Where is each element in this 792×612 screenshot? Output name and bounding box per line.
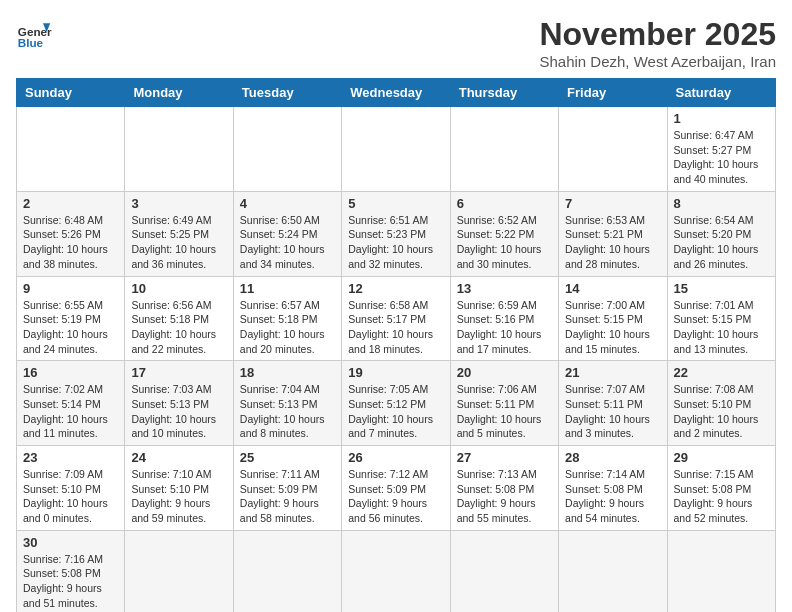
day-info: Sunrise: 6:48 AM Sunset: 5:26 PM Dayligh… bbox=[23, 213, 118, 272]
calendar-day-cell: 10Sunrise: 6:56 AM Sunset: 5:18 PM Dayli… bbox=[125, 276, 233, 361]
calendar-day-cell: 17Sunrise: 7:03 AM Sunset: 5:13 PM Dayli… bbox=[125, 361, 233, 446]
weekday-header-monday: Monday bbox=[125, 79, 233, 107]
day-number: 26 bbox=[348, 450, 443, 465]
day-number: 30 bbox=[23, 535, 118, 550]
calendar-day-cell bbox=[559, 530, 667, 612]
location-subtitle: Shahin Dezh, West Azerbaijan, Iran bbox=[539, 53, 776, 70]
day-number: 2 bbox=[23, 196, 118, 211]
day-info: Sunrise: 6:47 AM Sunset: 5:27 PM Dayligh… bbox=[674, 128, 769, 187]
day-info: Sunrise: 6:53 AM Sunset: 5:21 PM Dayligh… bbox=[565, 213, 660, 272]
day-info: Sunrise: 6:50 AM Sunset: 5:24 PM Dayligh… bbox=[240, 213, 335, 272]
day-number: 4 bbox=[240, 196, 335, 211]
day-info: Sunrise: 6:49 AM Sunset: 5:25 PM Dayligh… bbox=[131, 213, 226, 272]
calendar-day-cell bbox=[342, 107, 450, 192]
day-info: Sunrise: 7:08 AM Sunset: 5:10 PM Dayligh… bbox=[674, 382, 769, 441]
calendar-day-cell: 20Sunrise: 7:06 AM Sunset: 5:11 PM Dayli… bbox=[450, 361, 558, 446]
day-info: Sunrise: 6:57 AM Sunset: 5:18 PM Dayligh… bbox=[240, 298, 335, 357]
calendar-week-row: 30Sunrise: 7:16 AM Sunset: 5:08 PM Dayli… bbox=[17, 530, 776, 612]
day-info: Sunrise: 7:00 AM Sunset: 5:15 PM Dayligh… bbox=[565, 298, 660, 357]
day-info: Sunrise: 6:52 AM Sunset: 5:22 PM Dayligh… bbox=[457, 213, 552, 272]
calendar-day-cell: 4Sunrise: 6:50 AM Sunset: 5:24 PM Daylig… bbox=[233, 191, 341, 276]
general-blue-logo-icon: General Blue bbox=[16, 16, 52, 52]
day-number: 16 bbox=[23, 365, 118, 380]
calendar-day-cell bbox=[342, 530, 450, 612]
day-number: 5 bbox=[348, 196, 443, 211]
calendar-day-cell bbox=[450, 107, 558, 192]
calendar-day-cell: 27Sunrise: 7:13 AM Sunset: 5:08 PM Dayli… bbox=[450, 446, 558, 531]
calendar-table: SundayMondayTuesdayWednesdayThursdayFrid… bbox=[16, 78, 776, 612]
calendar-day-cell: 15Sunrise: 7:01 AM Sunset: 5:15 PM Dayli… bbox=[667, 276, 775, 361]
calendar-day-cell: 11Sunrise: 6:57 AM Sunset: 5:18 PM Dayli… bbox=[233, 276, 341, 361]
weekday-header-saturday: Saturday bbox=[667, 79, 775, 107]
calendar-day-cell: 7Sunrise: 6:53 AM Sunset: 5:21 PM Daylig… bbox=[559, 191, 667, 276]
day-info: Sunrise: 6:54 AM Sunset: 5:20 PM Dayligh… bbox=[674, 213, 769, 272]
calendar-day-cell: 5Sunrise: 6:51 AM Sunset: 5:23 PM Daylig… bbox=[342, 191, 450, 276]
calendar-day-cell: 22Sunrise: 7:08 AM Sunset: 5:10 PM Dayli… bbox=[667, 361, 775, 446]
calendar-day-cell: 9Sunrise: 6:55 AM Sunset: 5:19 PM Daylig… bbox=[17, 276, 125, 361]
day-info: Sunrise: 7:11 AM Sunset: 5:09 PM Dayligh… bbox=[240, 467, 335, 526]
day-number: 7 bbox=[565, 196, 660, 211]
calendar-day-cell: 2Sunrise: 6:48 AM Sunset: 5:26 PM Daylig… bbox=[17, 191, 125, 276]
day-number: 27 bbox=[457, 450, 552, 465]
day-number: 11 bbox=[240, 281, 335, 296]
calendar-day-cell: 28Sunrise: 7:14 AM Sunset: 5:08 PM Dayli… bbox=[559, 446, 667, 531]
day-number: 8 bbox=[674, 196, 769, 211]
calendar-week-row: 9Sunrise: 6:55 AM Sunset: 5:19 PM Daylig… bbox=[17, 276, 776, 361]
weekday-header-tuesday: Tuesday bbox=[233, 79, 341, 107]
day-info: Sunrise: 6:58 AM Sunset: 5:17 PM Dayligh… bbox=[348, 298, 443, 357]
weekday-header-friday: Friday bbox=[559, 79, 667, 107]
calendar-day-cell: 12Sunrise: 6:58 AM Sunset: 5:17 PM Dayli… bbox=[342, 276, 450, 361]
day-number: 14 bbox=[565, 281, 660, 296]
day-number: 24 bbox=[131, 450, 226, 465]
calendar-week-row: 1Sunrise: 6:47 AM Sunset: 5:27 PM Daylig… bbox=[17, 107, 776, 192]
day-number: 29 bbox=[674, 450, 769, 465]
day-info: Sunrise: 7:09 AM Sunset: 5:10 PM Dayligh… bbox=[23, 467, 118, 526]
calendar-day-cell: 19Sunrise: 7:05 AM Sunset: 5:12 PM Dayli… bbox=[342, 361, 450, 446]
day-number: 25 bbox=[240, 450, 335, 465]
calendar-day-cell: 29Sunrise: 7:15 AM Sunset: 5:08 PM Dayli… bbox=[667, 446, 775, 531]
day-number: 23 bbox=[23, 450, 118, 465]
weekday-header-thursday: Thursday bbox=[450, 79, 558, 107]
month-title: November 2025 bbox=[539, 16, 776, 53]
calendar-day-cell: 21Sunrise: 7:07 AM Sunset: 5:11 PM Dayli… bbox=[559, 361, 667, 446]
logo: General Blue bbox=[16, 16, 52, 52]
day-number: 3 bbox=[131, 196, 226, 211]
day-number: 28 bbox=[565, 450, 660, 465]
calendar-day-cell: 14Sunrise: 7:00 AM Sunset: 5:15 PM Dayli… bbox=[559, 276, 667, 361]
day-number: 10 bbox=[131, 281, 226, 296]
calendar-day-cell: 26Sunrise: 7:12 AM Sunset: 5:09 PM Dayli… bbox=[342, 446, 450, 531]
day-info: Sunrise: 7:10 AM Sunset: 5:10 PM Dayligh… bbox=[131, 467, 226, 526]
day-info: Sunrise: 6:55 AM Sunset: 5:19 PM Dayligh… bbox=[23, 298, 118, 357]
day-info: Sunrise: 7:13 AM Sunset: 5:08 PM Dayligh… bbox=[457, 467, 552, 526]
calendar-day-cell: 16Sunrise: 7:02 AM Sunset: 5:14 PM Dayli… bbox=[17, 361, 125, 446]
day-info: Sunrise: 7:14 AM Sunset: 5:08 PM Dayligh… bbox=[565, 467, 660, 526]
calendar-day-cell: 24Sunrise: 7:10 AM Sunset: 5:10 PM Dayli… bbox=[125, 446, 233, 531]
day-info: Sunrise: 7:15 AM Sunset: 5:08 PM Dayligh… bbox=[674, 467, 769, 526]
weekday-header-row: SundayMondayTuesdayWednesdayThursdayFrid… bbox=[17, 79, 776, 107]
calendar-day-cell bbox=[233, 530, 341, 612]
header: General Blue November 2025 Shahin Dezh, … bbox=[16, 16, 776, 70]
calendar-day-cell bbox=[667, 530, 775, 612]
calendar-day-cell: 3Sunrise: 6:49 AM Sunset: 5:25 PM Daylig… bbox=[125, 191, 233, 276]
title-block: November 2025 Shahin Dezh, West Azerbaij… bbox=[539, 16, 776, 70]
day-info: Sunrise: 7:04 AM Sunset: 5:13 PM Dayligh… bbox=[240, 382, 335, 441]
calendar-day-cell bbox=[125, 107, 233, 192]
calendar-day-cell bbox=[125, 530, 233, 612]
day-number: 18 bbox=[240, 365, 335, 380]
day-number: 12 bbox=[348, 281, 443, 296]
day-number: 22 bbox=[674, 365, 769, 380]
calendar-week-row: 2Sunrise: 6:48 AM Sunset: 5:26 PM Daylig… bbox=[17, 191, 776, 276]
calendar-day-cell: 23Sunrise: 7:09 AM Sunset: 5:10 PM Dayli… bbox=[17, 446, 125, 531]
day-number: 20 bbox=[457, 365, 552, 380]
calendar-day-cell: 25Sunrise: 7:11 AM Sunset: 5:09 PM Dayli… bbox=[233, 446, 341, 531]
day-number: 6 bbox=[457, 196, 552, 211]
day-info: Sunrise: 7:03 AM Sunset: 5:13 PM Dayligh… bbox=[131, 382, 226, 441]
day-number: 19 bbox=[348, 365, 443, 380]
day-info: Sunrise: 6:51 AM Sunset: 5:23 PM Dayligh… bbox=[348, 213, 443, 272]
day-number: 15 bbox=[674, 281, 769, 296]
weekday-header-sunday: Sunday bbox=[17, 79, 125, 107]
day-info: Sunrise: 7:12 AM Sunset: 5:09 PM Dayligh… bbox=[348, 467, 443, 526]
calendar-day-cell: 13Sunrise: 6:59 AM Sunset: 5:16 PM Dayli… bbox=[450, 276, 558, 361]
day-info: Sunrise: 7:01 AM Sunset: 5:15 PM Dayligh… bbox=[674, 298, 769, 357]
calendar-day-cell bbox=[233, 107, 341, 192]
